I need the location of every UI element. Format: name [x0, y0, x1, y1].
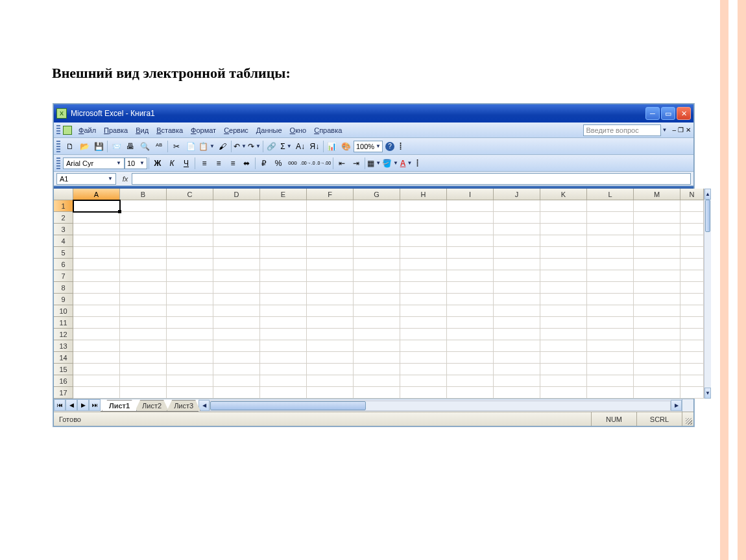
cell[interactable] — [447, 375, 494, 387]
cell[interactable] — [587, 282, 634, 294]
cell[interactable] — [120, 352, 167, 364]
cell[interactable] — [400, 200, 447, 212]
borders-icon[interactable]: ▼ — [367, 156, 381, 170]
italic-icon[interactable] — [165, 156, 179, 170]
cell[interactable] — [213, 340, 260, 352]
tab-nav-first-icon[interactable]: ⏮ — [54, 399, 66, 411]
sheet-tab[interactable]: Лист3 — [167, 400, 200, 411]
menu-item-формат[interactable]: Формат — [187, 125, 220, 135]
zoom-input[interactable]: 100%▼ — [354, 141, 383, 152]
row-header[interactable]: 16 — [54, 375, 73, 387]
cell[interactable] — [494, 270, 540, 282]
cell[interactable] — [494, 305, 540, 317]
cell[interactable] — [120, 340, 167, 352]
cell[interactable] — [680, 294, 704, 305]
menu-item-вставка[interactable]: Вставка — [152, 125, 187, 135]
cell[interactable] — [587, 317, 634, 329]
column-header[interactable]: G — [354, 189, 400, 200]
cell[interactable] — [73, 352, 120, 364]
toolbar-grip[interactable] — [56, 141, 60, 152]
cell[interactable] — [73, 364, 120, 375]
cell[interactable] — [167, 305, 213, 317]
cell[interactable] — [213, 387, 260, 399]
cell[interactable] — [587, 247, 634, 259]
cell[interactable] — [213, 270, 260, 282]
cell[interactable] — [260, 270, 307, 282]
cell[interactable] — [120, 375, 167, 387]
cell[interactable] — [447, 282, 494, 294]
maximize-button[interactable]: ▭ — [661, 107, 675, 120]
cell[interactable] — [447, 317, 494, 329]
cell[interactable] — [680, 247, 704, 259]
mdi-close-button[interactable]: ✕ — [686, 126, 691, 134]
toolbar-grip[interactable] — [56, 158, 60, 169]
cell[interactable] — [540, 247, 587, 259]
row-header[interactable]: 12 — [54, 329, 73, 340]
menu-item-сервис[interactable]: Сервис — [220, 125, 252, 135]
cell[interactable] — [634, 352, 680, 364]
cell[interactable] — [213, 352, 260, 364]
cell[interactable] — [213, 282, 260, 294]
menu-item-окно[interactable]: Окно — [286, 125, 311, 135]
cell[interactable] — [167, 235, 213, 247]
help-dropdown-icon[interactable]: ▼ — [662, 127, 668, 133]
cell[interactable] — [307, 212, 354, 224]
cell[interactable] — [120, 247, 167, 259]
cell[interactable] — [213, 317, 260, 329]
cell[interactable] — [213, 235, 260, 247]
save-icon[interactable] — [91, 139, 106, 154]
row-header[interactable]: 13 — [54, 340, 73, 352]
cell[interactable] — [354, 200, 400, 212]
undo-icon[interactable]: ▼ — [233, 139, 247, 154]
cell[interactable] — [494, 259, 540, 270]
cell[interactable] — [73, 270, 120, 282]
cell[interactable] — [307, 282, 354, 294]
select-all-corner[interactable] — [54, 189, 73, 200]
column-header[interactable]: C — [167, 189, 213, 200]
cell[interactable] — [73, 317, 120, 329]
cell[interactable] — [494, 340, 540, 352]
cell[interactable] — [447, 235, 494, 247]
cell[interactable] — [260, 375, 307, 387]
cell[interactable] — [447, 305, 494, 317]
cell[interactable] — [167, 212, 213, 224]
cell[interactable] — [634, 235, 680, 247]
cell[interactable] — [120, 282, 167, 294]
cell[interactable] — [680, 282, 704, 294]
cell[interactable] — [494, 387, 540, 399]
cell[interactable] — [307, 247, 354, 259]
merge-center-icon[interactable] — [239, 156, 254, 170]
cell[interactable] — [354, 224, 400, 235]
column-header[interactable]: K — [540, 189, 587, 200]
row-header[interactable]: 17 — [54, 387, 73, 399]
cell[interactable] — [167, 317, 213, 329]
cell[interactable] — [400, 340, 447, 352]
cell[interactable] — [680, 305, 704, 317]
cell[interactable] — [73, 387, 120, 399]
cell[interactable] — [260, 247, 307, 259]
cell[interactable] — [634, 329, 680, 340]
row-header[interactable]: 1 — [54, 200, 73, 212]
font-name-input[interactable]: Arial Cyr▼ — [63, 158, 125, 169]
column-header[interactable]: F — [307, 189, 354, 200]
cell[interactable] — [354, 294, 400, 305]
cell[interactable] — [587, 224, 634, 235]
cell[interactable] — [494, 352, 540, 364]
column-header[interactable]: E — [260, 189, 307, 200]
cell[interactable] — [73, 305, 120, 317]
cut-icon[interactable] — [169, 139, 184, 154]
cell[interactable] — [494, 294, 540, 305]
align-right-icon[interactable] — [225, 156, 239, 170]
cell[interactable] — [120, 329, 167, 340]
cell[interactable] — [447, 387, 494, 399]
cell[interactable] — [354, 317, 400, 329]
row-header[interactable]: 9 — [54, 294, 73, 305]
cell[interactable] — [307, 329, 354, 340]
scroll-track[interactable] — [704, 200, 711, 388]
cell[interactable] — [73, 235, 120, 247]
cell[interactable] — [634, 282, 680, 294]
cell[interactable] — [73, 259, 120, 270]
paste-icon[interactable]: ▼ — [198, 139, 215, 154]
cell[interactable] — [540, 259, 587, 270]
cell[interactable] — [634, 364, 680, 375]
